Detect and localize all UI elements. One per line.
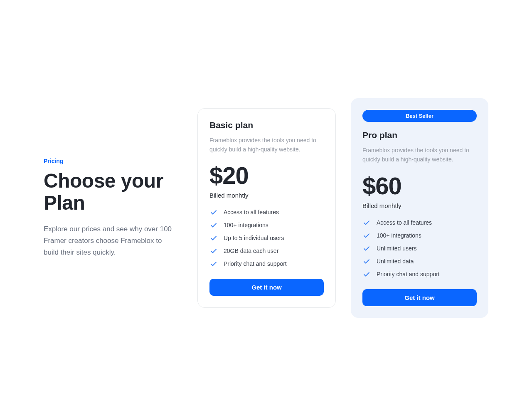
- page-subheading: Explore our prices and see why over 100 …: [44, 223, 177, 258]
- feature-item: 100+ integrations: [362, 231, 477, 240]
- check-icon: [362, 257, 371, 265]
- pro-plan-billing: Billed monhtly: [362, 202, 477, 209]
- feature-item: 20GB data each user: [209, 247, 324, 255]
- basic-plan-price: $20: [209, 161, 324, 189]
- pro-plan-features: Access to all features 100+ integrations…: [362, 218, 477, 278]
- check-icon: [209, 260, 218, 268]
- basic-cta-button[interactable]: Get it now: [209, 279, 324, 296]
- feature-label: Up to 5 individual users: [224, 235, 284, 241]
- feature-label: Unlimited users: [377, 245, 416, 252]
- basic-plan-features: Access to all features 100+ integrations…: [209, 208, 324, 268]
- basic-plan-title: Basic plan: [209, 120, 324, 130]
- feature-item: Access to all features: [209, 208, 324, 216]
- pro-plan-card: Best Seller Pro plan Frameblox provides …: [351, 98, 488, 317]
- pro-cta-button[interactable]: Get it now: [362, 289, 477, 306]
- feature-item: Up to 5 individual users: [209, 234, 324, 242]
- plan-cards: Basic plan Frameblox provides the tools …: [197, 98, 488, 317]
- check-icon: [209, 208, 218, 216]
- best-seller-badge: Best Seller: [362, 110, 477, 122]
- feature-label: Priority chat and support: [377, 271, 440, 277]
- pro-plan-description: Frameblox provides the tools you need to…: [362, 146, 477, 164]
- basic-plan-billing: Billed monhtly: [209, 192, 324, 199]
- feature-label: Unlimited data: [377, 258, 414, 265]
- feature-item: Unlimited users: [362, 244, 477, 253]
- check-icon: [209, 234, 218, 242]
- intro-column: Pricing Choose your Plan Explore our pri…: [44, 158, 177, 258]
- check-icon: [209, 221, 218, 229]
- feature-item: Priority chat and support: [362, 270, 477, 278]
- feature-item: Access to all features: [362, 218, 477, 227]
- feature-label: Priority chat and support: [224, 260, 287, 267]
- check-icon: [362, 244, 371, 253]
- pricing-section: Pricing Choose your Plan Explore our pri…: [44, 98, 488, 317]
- check-icon: [362, 218, 371, 227]
- basic-plan-description: Frameblox provides the tools you need to…: [209, 136, 324, 154]
- check-icon: [209, 247, 218, 255]
- feature-item: Priority chat and support: [209, 260, 324, 268]
- check-icon: [362, 231, 371, 240]
- page-heading: Choose your Plan: [44, 170, 177, 214]
- feature-label: 100+ integrations: [377, 232, 421, 239]
- pro-plan-title: Pro plan: [362, 130, 477, 140]
- feature-item: Unlimited data: [362, 257, 477, 265]
- pro-plan-price: $60: [362, 172, 477, 200]
- feature-label: 100+ integrations: [224, 222, 268, 228]
- eyebrow-label: Pricing: [44, 158, 177, 164]
- feature-item: 100+ integrations: [209, 221, 324, 229]
- feature-label: Access to all features: [377, 219, 432, 226]
- feature-label: Access to all features: [224, 209, 279, 215]
- check-icon: [362, 270, 371, 278]
- basic-plan-card: Basic plan Frameblox provides the tools …: [197, 108, 336, 308]
- feature-label: 20GB data each user: [224, 248, 278, 254]
